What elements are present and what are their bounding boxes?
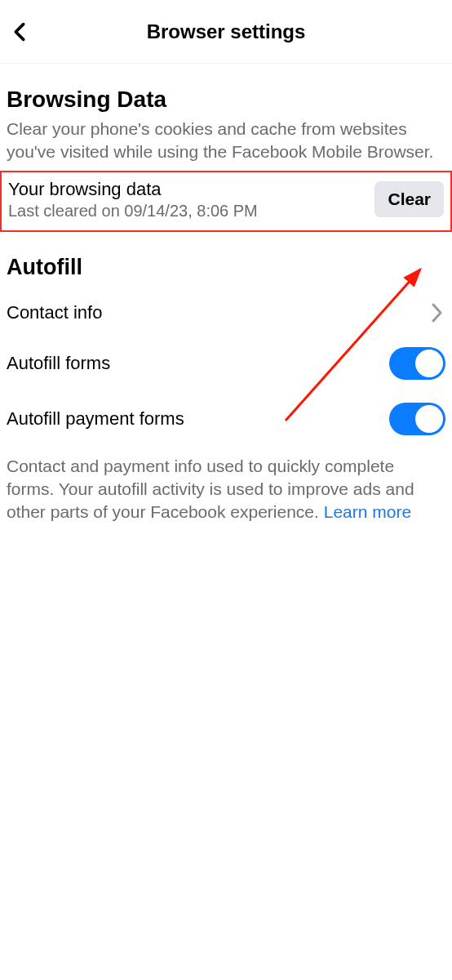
autofill-title: Autofill (7, 255, 445, 280)
header: Browser settings (0, 0, 452, 64)
autofill-forms-row: Autofill forms (7, 336, 445, 391)
autofill-description: Contact and payment info used to quickly… (7, 455, 445, 524)
learn-more-link[interactable]: Learn more (324, 502, 411, 521)
clear-button[interactable]: Clear (374, 181, 444, 217)
browsing-data-section: Browsing Data Clear your phone's cookies… (0, 87, 452, 524)
autofill-payment-toggle[interactable] (389, 403, 445, 435)
browsing-data-description: Clear your phone's cookies and cache fro… (7, 118, 445, 164)
autofill-payment-label: Autofill payment forms (7, 408, 184, 430)
browsing-data-title: Browsing Data (7, 87, 445, 113)
chevron-right-icon (429, 301, 445, 324)
browsing-data-row: Your browsing data Last cleared on 09/14… (0, 171, 452, 232)
autofill-payment-row: Autofill payment forms (7, 391, 445, 447)
back-icon[interactable] (8, 20, 31, 43)
browsing-data-last-cleared: Last cleared on 09/14/23, 8:06 PM (8, 202, 374, 220)
contact-info-row[interactable]: Contact info (7, 290, 445, 336)
browsing-data-info: Your browsing data Last cleared on 09/14… (8, 179, 374, 220)
autofill-forms-toggle[interactable] (389, 347, 445, 380)
page-title: Browser settings (147, 20, 306, 43)
contact-info-label: Contact info (7, 302, 102, 323)
browsing-data-row-title: Your browsing data (8, 179, 374, 200)
autofill-forms-label: Autofill forms (7, 353, 110, 374)
